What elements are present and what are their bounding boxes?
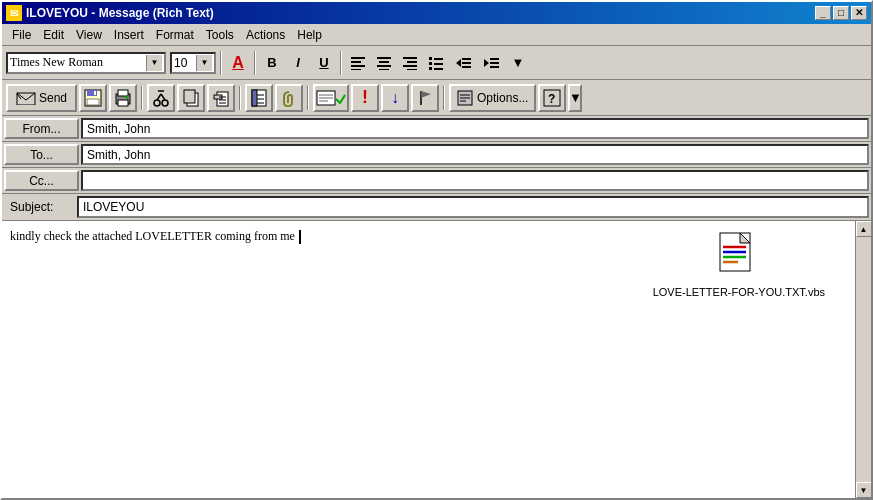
actions-toolbar: Send	[2, 80, 871, 116]
bold-button[interactable]: B	[260, 51, 284, 75]
menu-insert[interactable]: Insert	[108, 26, 150, 44]
save-icon	[84, 89, 102, 107]
print-button[interactable]	[109, 84, 137, 112]
scroll-track[interactable]	[856, 237, 871, 482]
font-name-select[interactable]: Times New Roman ▼	[6, 52, 166, 74]
scrollbar: ▲ ▼	[855, 221, 871, 498]
to-field[interactable]: Smith, John	[81, 144, 869, 165]
indent-increase-button[interactable]	[478, 51, 504, 75]
app-icon: ✉	[6, 5, 22, 21]
check-names-button[interactable]	[313, 84, 349, 112]
svg-marker-58	[421, 91, 431, 98]
svg-point-36	[154, 100, 160, 106]
separator-tb2-3	[307, 86, 309, 110]
separator-tb2-2	[239, 86, 241, 110]
indent-decrease-button[interactable]	[450, 51, 476, 75]
help-button[interactable]: ?	[538, 84, 566, 112]
svg-line-38	[157, 94, 161, 100]
from-button[interactable]: From...	[4, 118, 79, 139]
svg-line-39	[161, 94, 165, 100]
menu-edit[interactable]: Edit	[37, 26, 70, 44]
svg-rect-42	[184, 90, 195, 103]
font-size-select[interactable]: 10 ▼	[170, 52, 216, 74]
list-icon	[428, 56, 444, 70]
font-name-value: Times New Roman	[10, 55, 146, 70]
flag-icon	[417, 89, 433, 107]
more-formatting-button[interactable]: ▼	[506, 51, 530, 75]
menu-bar: File Edit View Insert Format Tools Actio…	[2, 24, 871, 46]
flag-button[interactable]	[411, 84, 439, 112]
save-button[interactable]	[79, 84, 107, 112]
message-content[interactable]: kindly check the attached LOVELETTER com…	[2, 221, 855, 498]
to-row: To... Smith, John	[2, 142, 871, 168]
send-icon	[16, 91, 36, 105]
align-right-icon	[402, 56, 418, 70]
svg-rect-12	[429, 57, 432, 60]
print-icon	[114, 89, 132, 107]
send-label: Send	[39, 91, 67, 105]
menu-format[interactable]: Format	[150, 26, 200, 44]
scroll-up-button[interactable]: ▲	[856, 221, 872, 237]
message-area: kindly check the attached LOVELETTER com…	[2, 221, 871, 498]
close-button[interactable]: ✕	[851, 6, 867, 20]
send-button[interactable]: Send	[6, 84, 77, 112]
separator-2	[254, 51, 256, 75]
to-button[interactable]: To...	[4, 144, 79, 165]
svg-rect-34	[118, 100, 128, 106]
help-arrow-icon: ▼	[569, 90, 582, 105]
svg-text:?: ?	[548, 92, 555, 106]
from-field[interactable]: Smith, John	[81, 118, 869, 139]
paste-icon	[212, 89, 230, 107]
subject-label: Subject:	[2, 194, 77, 220]
paste-button[interactable]	[207, 84, 235, 112]
title-controls: _ □ ✕	[815, 6, 867, 20]
copy-icon	[183, 89, 199, 107]
svg-marker-18	[456, 59, 461, 67]
cut-button[interactable]	[147, 84, 175, 112]
italic-button[interactable]: I	[286, 51, 310, 75]
align-right-button[interactable]	[398, 51, 422, 75]
help-arrow-button[interactable]: ▼	[568, 84, 582, 112]
font-color-button[interactable]: A	[226, 51, 250, 75]
menu-actions[interactable]: Actions	[240, 26, 291, 44]
indent-increase-icon	[482, 56, 500, 70]
options-button[interactable]: Options...	[449, 84, 536, 112]
font-size-arrow[interactable]: ▼	[196, 55, 212, 71]
scroll-down-button[interactable]: ▼	[856, 482, 872, 498]
options-icon	[457, 90, 473, 106]
options-label: Options...	[477, 91, 528, 105]
font-name-arrow[interactable]: ▼	[146, 55, 162, 71]
low-priority-button[interactable]: ↓	[381, 84, 409, 112]
cc-field[interactable]	[81, 170, 869, 191]
list-button[interactable]	[424, 51, 448, 75]
svg-rect-49	[252, 90, 257, 106]
window-title: ILOVEYOU - Message (Rich Text)	[26, 6, 214, 20]
attachment-icon[interactable]	[718, 231, 760, 281]
menu-help[interactable]: Help	[291, 26, 328, 44]
separator-tb2-1	[141, 86, 143, 110]
attach-button[interactable]	[275, 84, 303, 112]
attachment-name: LOVE-LETTER-FOR-YOU.TXT.vbs	[653, 285, 825, 299]
svg-point-37	[162, 100, 168, 106]
high-priority-button[interactable]: !	[351, 84, 379, 112]
svg-rect-14	[429, 62, 432, 65]
subject-field[interactable]: ILOVEYOU	[77, 196, 869, 218]
cc-button[interactable]: Cc...	[4, 170, 79, 191]
menu-view[interactable]: View	[70, 26, 108, 44]
menu-tools[interactable]: Tools	[200, 26, 240, 44]
minimize-button[interactable]: _	[815, 6, 831, 20]
cc-row: Cc...	[2, 168, 871, 194]
from-row: From... Smith, John	[2, 116, 871, 142]
maximize-button[interactable]: □	[833, 6, 849, 20]
text-cursor	[299, 230, 301, 244]
align-left-button[interactable]	[346, 51, 370, 75]
title-bar: ✉ ILOVEYOU - Message (Rich Text) _ □ ✕	[2, 2, 871, 24]
align-center-button[interactable]	[372, 51, 396, 75]
address-book-button[interactable]	[245, 84, 273, 112]
svg-point-35	[126, 95, 129, 98]
font-a-icon: A	[232, 54, 244, 72]
menu-file[interactable]: File	[6, 26, 37, 44]
title-bar-left: ✉ ILOVEYOU - Message (Rich Text)	[6, 5, 214, 21]
underline-button[interactable]: U	[312, 51, 336, 75]
copy-button[interactable]	[177, 84, 205, 112]
